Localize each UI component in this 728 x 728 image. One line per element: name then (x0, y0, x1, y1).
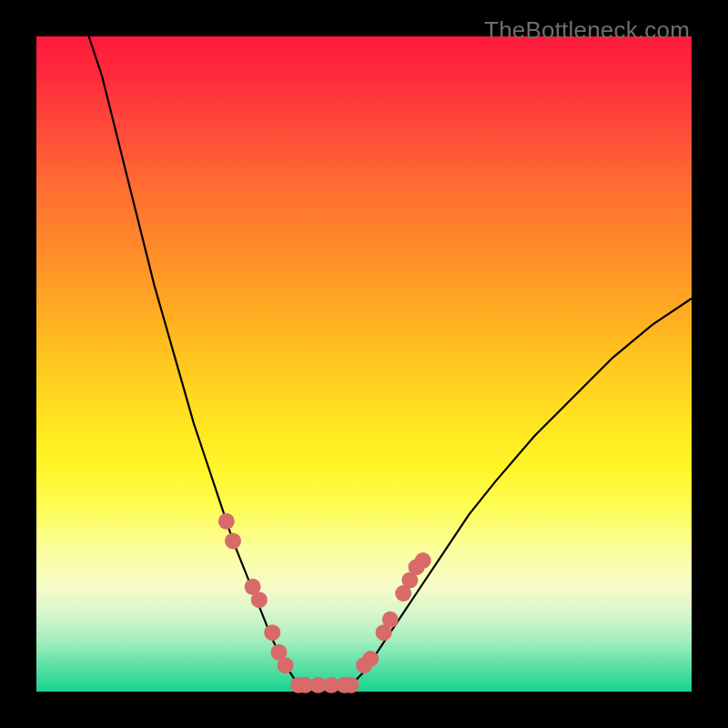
data-point-marker (251, 592, 268, 608)
chart-frame: TheBottleneck.com (0, 0, 728, 728)
data-point-marker (415, 552, 431, 569)
data-point-marker (264, 624, 280, 641)
curve-svg (36, 36, 692, 692)
data-point-marker (218, 513, 235, 530)
data-point-marker (343, 677, 359, 693)
data-point-marker (225, 532, 241, 549)
data-point-marker (382, 612, 399, 628)
plot-area (36, 36, 692, 692)
watermark-text: TheBottleneck.com (484, 16, 690, 45)
data-point-marker (278, 657, 294, 673)
markers-group (218, 513, 431, 693)
data-point-marker (362, 651, 379, 667)
bottleneck-curve (89, 36, 692, 692)
